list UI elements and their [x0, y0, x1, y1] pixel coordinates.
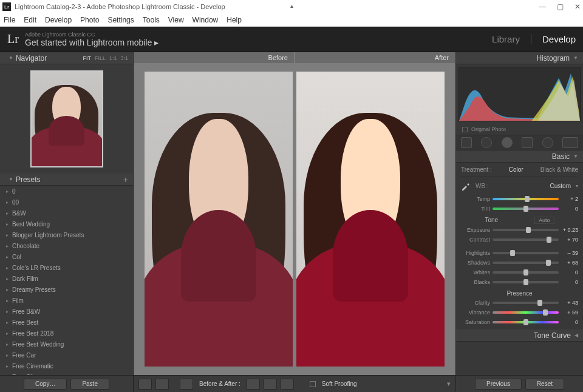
- paste-button[interactable]: Paste: [70, 379, 109, 390]
- module-develop[interactable]: Develop: [531, 34, 576, 44]
- close-icon[interactable]: ✕: [574, 2, 581, 11]
- auto-button[interactable]: Auto: [534, 217, 554, 224]
- ba-swap-icon[interactable]: [281, 379, 294, 390]
- preset-folder[interactable]: ▸Col: [0, 251, 133, 262]
- tonecurve-header[interactable]: Tone Curve ◀: [456, 329, 583, 342]
- navigator-header[interactable]: ▼ Navigator FIT FILL 1:1 3:1: [0, 52, 133, 64]
- eyedropper-icon[interactable]: [461, 181, 471, 191]
- brand-block: Adobe Lightroom Classic CC Get started w…: [25, 32, 159, 47]
- menu-develop[interactable]: Develop: [45, 16, 72, 24]
- histogram-body[interactable]: [459, 67, 581, 121]
- maximize-icon[interactable]: ▢: [557, 2, 564, 11]
- temp-value[interactable]: + 2: [561, 196, 578, 202]
- loupe-view-icon[interactable]: [138, 379, 152, 390]
- presets-list: ▸0▸00▸B&W▸Best Wedding▸Blogger Lightroom…: [0, 186, 133, 375]
- wb-label: WB :: [476, 183, 489, 189]
- histogram-header[interactable]: Histogram ▼: [456, 52, 583, 64]
- nav-1-1[interactable]: 1:1: [109, 55, 117, 61]
- preset-folder[interactable]: ▸B&W: [0, 208, 133, 218]
- nav-fill[interactable]: FILL: [95, 55, 106, 61]
- clarity-value[interactable]: + 43: [561, 300, 578, 306]
- menu-file[interactable]: File: [4, 16, 15, 24]
- brand-mobile-link[interactable]: Get started with Lightroom mobile ▸: [25, 38, 159, 47]
- clipping-checkbox[interactable]: [462, 127, 468, 132]
- vibrance-slider[interactable]: [493, 311, 559, 314]
- before-after-view[interactable]: [134, 63, 455, 375]
- preset-folder[interactable]: ▸Free Best 2018: [0, 328, 133, 339]
- add-preset-icon[interactable]: +: [123, 175, 128, 184]
- ba-split-icon[interactable]: [155, 379, 169, 390]
- blacks-value[interactable]: 0: [561, 279, 578, 285]
- nav-3-1[interactable]: 3:1: [120, 55, 128, 61]
- presets-header[interactable]: ▼ Presets +: [0, 174, 133, 186]
- menu-photo[interactable]: Photo: [80, 16, 99, 24]
- menu-window[interactable]: Window: [193, 16, 219, 24]
- highlights-value[interactable]: – 39: [561, 250, 578, 256]
- soft-proof-checkbox[interactable]: [310, 381, 316, 387]
- preset-folder[interactable]: ▸Free B&W: [0, 306, 133, 317]
- toolbar-dropdown-icon[interactable]: ▾: [447, 380, 451, 388]
- ba-toggle-icon[interactable]: [180, 379, 193, 390]
- whites-slider[interactable]: [493, 271, 559, 274]
- wb-value[interactable]: Custom: [550, 183, 571, 189]
- preset-folder-label: Free Car: [12, 352, 36, 359]
- shadows-value[interactable]: + 68: [561, 260, 578, 266]
- menu-help[interactable]: Help: [227, 16, 242, 24]
- preset-folder[interactable]: ▸Free Best Wedding: [0, 339, 133, 350]
- menu-tools[interactable]: Tools: [143, 16, 160, 24]
- tint-slider[interactable]: [493, 208, 559, 210]
- tint-value[interactable]: 0: [561, 206, 578, 212]
- saturation-value[interactable]: 0: [561, 319, 578, 325]
- chevron-right-icon: ▸: [6, 221, 9, 227]
- redeye-tool-icon[interactable]: [502, 137, 513, 148]
- menu-view[interactable]: View: [168, 16, 184, 24]
- shadows-slider[interactable]: [493, 262, 559, 264]
- reset-button[interactable]: Reset: [525, 379, 564, 390]
- treatment-bw[interactable]: Black & White: [540, 166, 578, 173]
- tonecurve-title: Tone Curve: [534, 331, 571, 340]
- treatment-color[interactable]: Color: [509, 166, 523, 173]
- saturation-slider[interactable]: [493, 321, 559, 323]
- crop-tool-icon[interactable]: [461, 137, 472, 148]
- menu-settings[interactable]: Settings: [107, 16, 134, 24]
- preset-folder[interactable]: ▸Blogger Lightroom Presets: [0, 229, 133, 240]
- toolbar-collapse-icon[interactable]: ▴: [290, 2, 293, 9]
- preset-folder[interactable]: ▸Film: [0, 295, 133, 306]
- preset-folder[interactable]: ▸Free Cinematic: [0, 360, 133, 371]
- contrast-slider[interactable]: [493, 238, 559, 241]
- grad-tool-icon[interactable]: [522, 137, 533, 148]
- temp-slider[interactable]: [493, 198, 559, 200]
- presets-title: Presets: [16, 175, 41, 184]
- minimize-icon[interactable]: —: [539, 2, 546, 11]
- exposure-value[interactable]: + 0.23: [561, 227, 578, 233]
- ba-copy-after-icon[interactable]: [264, 379, 277, 390]
- clarity-slider[interactable]: [493, 302, 559, 304]
- radial-tool-icon[interactable]: [542, 137, 553, 148]
- preset-folder[interactable]: ▸Chocolate: [0, 240, 133, 251]
- vibrance-value[interactable]: + 59: [561, 309, 578, 316]
- whites-value[interactable]: 0: [561, 269, 578, 275]
- navigator-preview[interactable]: [0, 64, 133, 174]
- preset-folder[interactable]: ▸Free Car: [0, 350, 133, 360]
- previous-button[interactable]: Previous: [475, 379, 522, 390]
- ba-copy-before-icon[interactable]: [247, 379, 260, 390]
- menu-edit[interactable]: Edit: [24, 16, 36, 24]
- highlights-slider[interactable]: [493, 252, 559, 254]
- brush-tool-icon[interactable]: [562, 137, 578, 148]
- preset-folder[interactable]: ▸0: [0, 186, 133, 197]
- spot-tool-icon[interactable]: [481, 137, 492, 148]
- ba-label: Before & After :: [199, 380, 240, 387]
- basic-header[interactable]: Basic ▼: [456, 150, 583, 163]
- preset-folder[interactable]: ▸Dreamy Presets: [0, 284, 133, 295]
- preset-folder[interactable]: ▸00: [0, 197, 133, 208]
- copy-button[interactable]: Copy…: [24, 379, 67, 390]
- preset-folder[interactable]: ▸Cole's LR Presets: [0, 262, 133, 273]
- preset-folder[interactable]: ▸Free Best: [0, 317, 133, 328]
- nav-fit[interactable]: FIT: [83, 55, 91, 61]
- preset-folder[interactable]: ▸Best Wedding: [0, 218, 133, 229]
- exposure-slider[interactable]: [493, 229, 559, 231]
- preset-folder[interactable]: ▸Dark Film: [0, 273, 133, 284]
- contrast-value[interactable]: + 70: [561, 237, 578, 243]
- module-library[interactable]: Library: [492, 34, 520, 44]
- blacks-slider[interactable]: [493, 281, 559, 283]
